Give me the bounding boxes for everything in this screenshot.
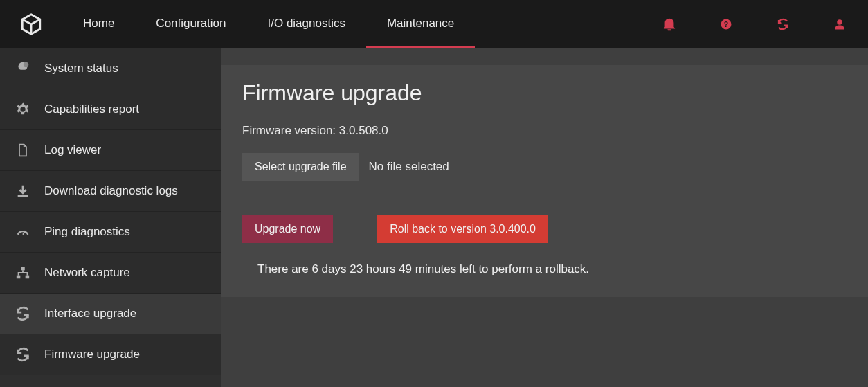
nav-home[interactable]: Home	[62, 0, 135, 48]
sidebar-item-firmware-upgrade[interactable]: Firmware upgrade	[0, 334, 221, 375]
svg-rect-6	[21, 267, 25, 271]
firmware-version-row: Firmware version: 3.0.508.0	[242, 124, 847, 138]
select-upgrade-file-button[interactable]: Select upgrade file	[242, 153, 359, 181]
gauge-icon	[15, 224, 30, 240]
upgrade-now-button[interactable]: Upgrade now	[242, 215, 333, 243]
nav-configuration[interactable]: Configuration	[135, 0, 246, 48]
sidebar-item-label: Log viewer	[44, 143, 101, 157]
firmware-version-label: Firmware version:	[242, 124, 336, 137]
page-title: Firmware upgrade	[221, 65, 868, 124]
info-badge-icon: i	[15, 61, 30, 76]
sidebar-item-label: Ping diagnostics	[44, 225, 130, 239]
network-icon	[15, 265, 30, 280]
nav-label: I/O diagnostics	[267, 17, 345, 30]
nav-label: Maintenance	[387, 17, 454, 30]
firmware-version-value: 3.0.508.0	[339, 124, 388, 137]
sidebar-item-download-diagnostic-logs[interactable]: Download diagnostic logs	[0, 171, 221, 212]
refresh-icon	[15, 306, 30, 321]
help-button[interactable]: ?	[698, 0, 754, 48]
top-nav: Home Configuration I/O diagnostics Maint…	[62, 0, 641, 48]
sidebar-item-log-viewer[interactable]: Log viewer	[0, 130, 221, 171]
sidebar-item-label: Download diagnostic logs	[44, 184, 178, 198]
svg-rect-7	[17, 276, 21, 279]
topbar: Home Configuration I/O diagnostics Maint…	[0, 0, 868, 48]
logo-icon	[19, 12, 43, 36]
sidebar-item-interface-upgrade[interactable]: Interface upgrade	[0, 294, 221, 334]
user-icon	[833, 18, 846, 30]
nav-maintenance[interactable]: Maintenance	[366, 0, 475, 48]
sidebar-item-label: Network capture	[44, 266, 130, 280]
alarm-icon	[662, 17, 677, 32]
user-button[interactable]	[811, 0, 868, 48]
sidebar-item-network-capture[interactable]: Network capture	[0, 253, 221, 294]
gear-icon	[15, 102, 30, 117]
refresh-icon	[777, 18, 789, 30]
top-icons: ?	[641, 0, 868, 48]
refresh-button[interactable]	[754, 0, 811, 48]
nav-label: Home	[83, 17, 114, 30]
sidebar-item-label: Interface upgrade	[44, 307, 136, 321]
panel: Firmware upgrade Firmware version: 3.0.5…	[221, 65, 868, 297]
sidebar: i System status Capabilities report Log …	[0, 48, 221, 387]
sidebar-item-label: System status	[44, 62, 118, 75]
main: Firmware upgrade Firmware version: 3.0.5…	[221, 48, 868, 387]
file-icon	[15, 143, 30, 158]
nav-io-diagnostics[interactable]: I/O diagnostics	[246, 0, 365, 48]
rollback-button[interactable]: Roll back to version 3.0.400.0	[377, 215, 548, 243]
download-icon	[15, 183, 30, 199]
svg-text:?: ?	[724, 20, 728, 28]
svg-point-3	[837, 19, 842, 25]
sidebar-item-ping-diagnostics[interactable]: Ping diagnostics	[0, 212, 221, 253]
sidebar-item-label: Capabilities report	[44, 102, 139, 116]
sidebar-item-capabilities-report[interactable]: Capabilities report	[0, 89, 221, 130]
file-selection-status: No file selected	[369, 160, 449, 174]
logo[interactable]	[0, 0, 62, 48]
refresh-icon	[15, 347, 30, 362]
sidebar-item-system-status[interactable]: i System status	[0, 48, 221, 89]
alarm-button[interactable]	[641, 0, 698, 48]
svg-rect-8	[26, 276, 29, 279]
sidebar-item-label: Firmware upgrade	[44, 348, 140, 361]
help-icon: ?	[720, 18, 732, 30]
nav-label: Configuration	[156, 17, 226, 30]
svg-rect-0	[667, 29, 671, 30]
rollback-info: There are 6 days 23 hours 49 minutes lef…	[242, 262, 847, 276]
